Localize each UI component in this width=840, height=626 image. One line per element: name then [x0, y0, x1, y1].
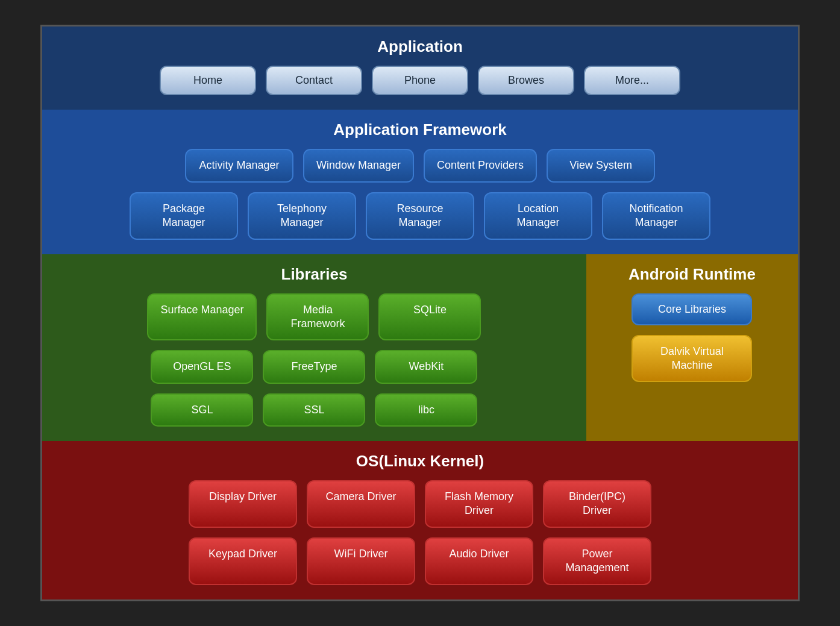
library-button: FreeType: [263, 350, 365, 383]
app-button: Phone: [372, 66, 468, 95]
os-row1: Display DriverCamera DriverFlash Memory …: [60, 480, 780, 528]
app-button: More...: [584, 66, 680, 95]
libraries-title: Libraries: [281, 265, 348, 284]
core-libraries-button: Core Libraries: [632, 293, 752, 325]
libraries-section: Libraries Surface ManagerMedia Framework…: [42, 254, 586, 442]
framework-row1: Activity ManagerWindow ManagerContent Pr…: [60, 149, 780, 182]
library-button: Surface Manager: [147, 293, 257, 341]
libraries-row3: SGLSSLlibc: [60, 393, 568, 427]
application-title: Application: [377, 37, 463, 56]
os-button: WiFi Driver: [307, 537, 415, 585]
libraries-row1: Surface ManagerMedia FrameworkSQLite: [60, 293, 568, 341]
framework-button: View System: [547, 149, 655, 182]
os-button: Keypad Driver: [189, 537, 297, 585]
os-button: Binder(IPC) Driver: [543, 480, 651, 528]
application-buttons-row: HomeContactPhoneBrowesMore...: [60, 66, 780, 95]
app-button: Home: [160, 66, 256, 95]
framework-button: Window Manager: [303, 149, 414, 182]
runtime-title: Android Runtime: [628, 265, 756, 284]
runtime-section: Android Runtime Core Libraries Dalvik Vi…: [586, 254, 798, 442]
framework-section: Application Framework Activity ManagerWi…: [42, 110, 798, 254]
library-button: SQLite: [378, 293, 481, 341]
framework-button: Telephony Manager: [248, 192, 356, 240]
framework-title: Application Framework: [333, 121, 507, 139]
library-button: libc: [375, 393, 477, 427]
dalvik-button: Dalvik Virtual Machine: [632, 335, 752, 383]
os-section: OS(Linux Kernel) Display DriverCamera Dr…: [42, 441, 798, 599]
android-architecture-diagram: Application HomeContactPhoneBrowesMore..…: [40, 25, 800, 601]
libraries-row2: OpenGL ESFreeTypeWebKit: [60, 350, 568, 383]
os-title: OS(Linux Kernel): [356, 452, 484, 471]
app-button: Browes: [478, 66, 574, 95]
framework-button: Resource Manager: [366, 192, 474, 240]
library-button: WebKit: [375, 350, 477, 383]
library-button: SSL: [263, 393, 365, 427]
application-section: Application HomeContactPhoneBrowesMore..…: [42, 27, 798, 110]
library-button: Media Framework: [266, 293, 369, 341]
os-button: Audio Driver: [425, 537, 533, 585]
os-button: Camera Driver: [307, 480, 415, 528]
framework-button: Location Manager: [484, 192, 592, 240]
framework-button: Activity Manager: [185, 149, 293, 182]
framework-button: Content Providers: [424, 149, 537, 182]
libraries-runtime-section: Libraries Surface ManagerMedia Framework…: [42, 254, 798, 442]
os-button: Power Management: [543, 537, 651, 585]
library-button: OpenGL ES: [151, 350, 253, 383]
os-row2: Keypad DriverWiFi DriverAudio DriverPowe…: [60, 537, 780, 585]
framework-button: Notification Manager: [602, 192, 710, 240]
framework-row2: Package ManagerTelephony ManagerResource…: [60, 192, 780, 240]
os-button: Display Driver: [189, 480, 297, 528]
os-button: Flash Memory Driver: [425, 480, 533, 528]
framework-button: Package Manager: [130, 192, 238, 240]
library-button: SGL: [151, 393, 253, 427]
app-button: Contact: [266, 66, 362, 95]
